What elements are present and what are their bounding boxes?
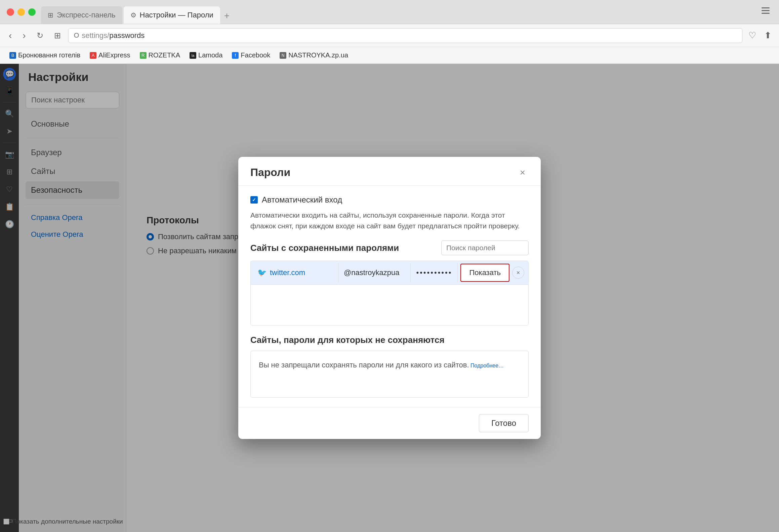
bookmark-item-nastroyka[interactable]: N NASTROYKA.zp.ua <box>276 49 352 61</box>
tab-settings-passwords[interactable]: ⚙ Настройки — Пароли <box>124 6 220 24</box>
done-button[interactable]: Готово <box>479 414 529 432</box>
tabs-area: ⊞ Экспресс-панель ⚙ Настройки — Пароли + <box>41 0 753 24</box>
table-row: 🐦 twitter.com @nastroykazpua •••••••••• … <box>251 261 528 285</box>
toolbar: ‹ › ↻ ⊞ O settings/passwords ♡ ⬆ <box>0 24 779 47</box>
password-dots-cell: •••••••••• <box>411 263 458 282</box>
dialog-overlay: Пароли × ✓ Автоматический вход Автоматич… <box>0 64 779 532</box>
share-button[interactable]: ⬆ <box>762 28 774 43</box>
dialog-close-button[interactable]: × <box>517 167 529 179</box>
grid-view-button[interactable]: ⊞ <box>51 29 64 42</box>
new-tab-button[interactable]: + <box>221 8 232 24</box>
auto-login-description: Автоматически входить на сайты, использу… <box>250 210 529 231</box>
dialog-header: Пароли × <box>238 157 541 186</box>
no-save-header: Сайты, пароли для которых не сохраняются <box>250 335 529 345</box>
bookmark-favicon-hotels: B <box>9 52 16 59</box>
bookmark-favicon-facebook: f <box>232 52 239 59</box>
delete-password-button[interactable]: × <box>512 267 524 279</box>
no-save-link[interactable]: Подробнее… <box>470 363 504 368</box>
reload-button[interactable]: ↻ <box>33 29 47 42</box>
bookmark-favicon-nastroyka: N <box>280 52 286 59</box>
dialog-body: ✓ Автоматический вход Автоматически вход… <box>238 186 541 407</box>
address-text: settings/passwords <box>82 31 145 40</box>
bookmark-item-aliexpress[interactable]: A AliExpress <box>86 49 134 61</box>
bookmark-item-lamoda[interactable]: la Lamoda <box>186 49 227 61</box>
bookmark-item-facebook[interactable]: f Facebook <box>228 49 274 61</box>
close-icon: × <box>517 269 520 276</box>
no-save-box: Вы не запрещали сохранять пароли ни для … <box>250 351 529 398</box>
minimize-traffic-light[interactable] <box>17 8 25 16</box>
forward-button[interactable]: › <box>19 28 29 43</box>
back-button[interactable]: ‹ <box>5 28 15 43</box>
saved-passwords-header: Сайты с сохраненными паролями <box>250 240 529 255</box>
site-link[interactable]: twitter.com <box>270 268 305 277</box>
password-table: 🐦 twitter.com @nastroykazpua •••••••••• … <box>250 261 529 325</box>
password-search-input[interactable] <box>441 240 529 255</box>
bookmark-item-rozetka[interactable]: R ROZETKA <box>136 49 184 61</box>
address-bar[interactable]: O settings/passwords <box>68 28 742 43</box>
bookmark-item-hotels[interactable]: B Бронювання готелів <box>5 49 84 61</box>
dialog-footer: Готово <box>238 407 541 439</box>
auto-login-checkbox[interactable]: ✓ <box>250 196 258 204</box>
close-traffic-light[interactable] <box>7 8 14 16</box>
no-save-text: Вы не запрещали сохранять пароли ни для … <box>259 361 469 369</box>
traffic-lights <box>7 8 36 16</box>
no-save-section: Сайты, пароли для которых не сохраняются… <box>250 335 529 398</box>
bookmark-favicon-rozetka: R <box>140 52 147 59</box>
menu-button[interactable] <box>759 5 772 16</box>
empty-table-rows <box>251 285 528 325</box>
auto-login-row: ✓ Автоматический вход <box>250 195 529 205</box>
password-site-cell: 🐦 twitter.com <box>251 263 338 282</box>
bookmark-favicon-aliexpress: A <box>90 52 96 59</box>
no-save-title: Сайты, пароли для которых не сохраняются <box>250 335 445 345</box>
title-bar: ⊞ Экспресс-панель ⚙ Настройки — Пароли + <box>0 0 779 24</box>
tab-express-panel[interactable]: ⊞ Экспресс-панель <box>41 6 122 24</box>
saved-passwords-title: Сайты с сохраненными паролями <box>250 243 399 253</box>
bookmark-favicon-lamoda: la <box>190 52 196 59</box>
bookmarks-bar: B Бронювання готелів A AliExpress R ROZE… <box>0 47 779 64</box>
title-bar-right <box>759 5 772 19</box>
bookmark-button[interactable]: ♡ <box>746 28 758 43</box>
passwords-dialog: Пароли × ✓ Автоматический вход Автоматич… <box>238 157 541 439</box>
auto-login-label: Автоматический вход <box>262 195 342 205</box>
checkbox-check-icon: ✓ <box>252 197 256 203</box>
twitter-icon: 🐦 <box>257 268 266 277</box>
show-password-button[interactable]: Показать <box>460 264 509 282</box>
opera-icon: O <box>74 32 79 39</box>
password-username-cell: @nastroykazpua <box>338 263 411 282</box>
dialog-title: Пароли <box>250 166 290 179</box>
maximize-traffic-light[interactable] <box>28 8 36 16</box>
